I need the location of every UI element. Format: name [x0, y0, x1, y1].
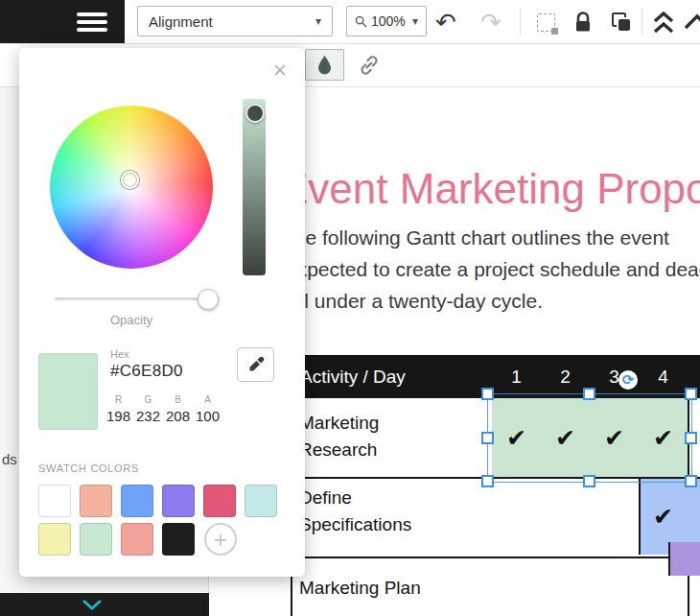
chevron-up-icon — [683, 10, 700, 35]
opacity-slider-track[interactable] — [55, 297, 220, 300]
channel-value[interactable]: 100 — [193, 408, 222, 424]
redo-button[interactable]: ↷ — [476, 8, 506, 36]
channel-value[interactable]: 232 — [133, 408, 163, 424]
color-picker-popover: ✕ Opacity Hex #C6E8D0 R 198 G 232 B 208 … — [19, 48, 305, 577]
fill-droplet-icon — [317, 56, 332, 75]
swatch-color[interactable] — [38, 523, 71, 556]
header-day-number: 4 — [639, 355, 688, 398]
gantt-table-header[interactable]: Activity / Day 1 2 3 4 — [291, 355, 700, 398]
eyedropper-button[interactable] — [237, 347, 274, 382]
channel-label: G — [133, 394, 163, 405]
color-wheel-cursor[interactable] — [121, 171, 139, 189]
channel-value[interactable]: 198 — [104, 408, 133, 424]
shade-slider-handle[interactable] — [245, 104, 265, 123]
link-icon — [357, 53, 382, 78]
shapes-panel-clipped-text: ds — [2, 451, 17, 467]
selection-handle[interactable] — [481, 432, 494, 444]
swatch-color[interactable] — [121, 523, 153, 556]
hex-label: Hex — [110, 348, 129, 360]
selection-handle[interactable] — [685, 432, 697, 444]
hex-value[interactable]: #C6E8D0 — [110, 362, 183, 381]
double-chevron-up-icon — [651, 10, 676, 36]
channel-value[interactable]: 208 — [163, 408, 193, 424]
selection-handle[interactable] — [583, 388, 595, 400]
swatch-color[interactable] — [162, 523, 195, 556]
row-label-plan-line1[interactable]: Marketing Plan — [299, 578, 421, 599]
main-menu-button[interactable] — [0, 0, 125, 43]
channel-label: R — [104, 394, 133, 405]
eyedropper-icon — [247, 356, 265, 373]
channel-label: A — [193, 394, 222, 405]
alignment-dropdown-label: Alignment — [149, 13, 213, 30]
close-icon[interactable]: ✕ — [272, 59, 288, 81]
swatch-color[interactable] — [80, 485, 112, 517]
document-paragraph-line[interactable]: all under a twenty-day cycle. — [289, 290, 543, 313]
main-toolbar: Alignment ▾ 100% ▾ ↶ ↷ — [0, 0, 700, 44]
zoom-dropdown[interactable]: 100% ▾ — [346, 6, 427, 36]
duplicate-icon — [612, 12, 632, 33]
swatch-color[interactable] — [162, 485, 195, 517]
channel-label: B — [163, 394, 193, 405]
gantt-cell-plan[interactable] — [668, 542, 700, 576]
swatch-color[interactable] — [38, 485, 71, 517]
chevron-down-icon — [82, 599, 103, 610]
lock-button[interactable] — [568, 8, 598, 36]
collapse-toolbar-button[interactable] — [648, 8, 679, 36]
selection-handle[interactable] — [481, 388, 494, 400]
sync-icon[interactable]: ⟳ — [618, 370, 638, 390]
chevron-down-icon: ▾ — [315, 15, 321, 27]
alignment-dropdown[interactable]: Alignment ▾ — [137, 6, 333, 36]
selection-frame-icon — [537, 13, 555, 32]
header-day-number: 1 — [492, 355, 541, 398]
toolbar-separator — [642, 9, 642, 35]
row-label-research-line2[interactable]: Research — [299, 439, 377, 461]
hamburger-icon — [77, 12, 107, 36]
swatch-color[interactable] — [80, 523, 112, 556]
fill-color-button[interactable] — [305, 49, 344, 81]
opacity-label: Opacity — [19, 313, 244, 327]
swatch-color[interactable] — [203, 485, 236, 517]
document-paragraph-line[interactable]: expected to create a project schedule an… — [286, 258, 700, 281]
row-label-specifications-line1[interactable]: Define — [299, 487, 352, 509]
swatch-colors-label: SWATCH COLORS — [38, 462, 139, 474]
swatch-color[interactable] — [245, 485, 277, 517]
link-button[interactable] — [355, 51, 384, 80]
selection-frame-button[interactable] — [530, 8, 561, 36]
panel-footer-bar[interactable] — [0, 593, 209, 616]
shade-slider[interactable] — [243, 99, 266, 275]
swatch-color[interactable] — [121, 485, 153, 517]
rgba-channels: R 198 G 232 B 208 A 100 — [104, 394, 222, 424]
row-label-specifications-line2[interactable]: Specifications — [299, 514, 411, 535]
selection-handle[interactable] — [583, 475, 595, 487]
plus-icon: + — [213, 529, 228, 550]
lock-icon — [574, 12, 592, 33]
duplicate-button[interactable] — [606, 8, 637, 36]
header-activity-label: Activity / Day — [300, 355, 406, 398]
add-swatch-button[interactable]: + — [204, 523, 237, 556]
selection-box[interactable] — [487, 393, 692, 483]
zoom-value: 100% — [371, 13, 406, 29]
selection-handle[interactable] — [481, 475, 494, 487]
selection-handle[interactable] — [685, 388, 697, 400]
chevron-down-icon: ▾ — [412, 15, 418, 27]
magnifier-icon — [355, 15, 367, 28]
opacity-slider-handle[interactable] — [198, 289, 219, 310]
clipped-chevron-button[interactable] — [683, 8, 700, 36]
row-label-research-line1[interactable]: Marketing — [299, 413, 379, 434]
document-title[interactable]: Event Marketing Proposal — [280, 165, 700, 213]
document-paragraph-line[interactable]: The following Gantt chart outlines the e… — [282, 226, 669, 249]
undo-button[interactable]: ↶ — [431, 8, 461, 36]
color-preview-swatch — [38, 353, 98, 430]
selection-handle[interactable] — [685, 475, 697, 487]
toolbar-separator — [520, 9, 521, 35]
table-row-line — [291, 557, 700, 558]
